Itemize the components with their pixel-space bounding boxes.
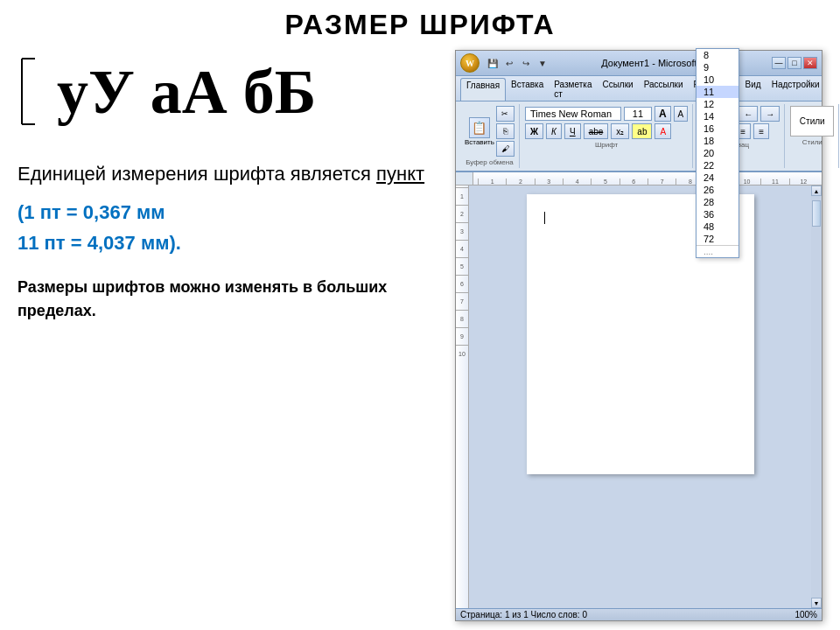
text-cursor <box>544 212 545 224</box>
document-area: 1 2 3 4 5 6 7 8 9 10 <box>456 186 822 608</box>
vertical-ruler: 1 2 3 4 5 6 7 8 9 10 <box>456 186 469 608</box>
ribbon-content: 📋 Вставить ✂ ⎘ 🖌 Буфер обмена <box>456 102 822 172</box>
font-name-input[interactable] <box>525 107 621 121</box>
ruler-corner <box>456 172 473 186</box>
page-title: РАЗМЕР ШРИФТА <box>18 9 822 41</box>
tab-view[interactable]: Вид <box>740 78 766 101</box>
highlight-button[interactable]: ab <box>632 123 652 139</box>
bold-button[interactable]: Ж <box>525 123 543 139</box>
tab-addins[interactable]: Надстройки <box>766 78 825 101</box>
document-page-area <box>469 186 811 608</box>
office-button[interactable]: W <box>460 53 480 73</box>
word-window: W 💾 ↩ ↪ ▼ Документ1 - Microsoft Word — □… <box>455 50 822 621</box>
font-size-dropdown[interactable]: 8 9 10 11 12 14 16 18 20 22 24 26 28 36 … <box>696 186 739 258</box>
ruler-area: 1 2 3 4 5 6 7 8 9 10 11 12 <box>456 172 822 186</box>
scroll-track[interactable] <box>811 196 822 598</box>
ruler-tick-3: 3 <box>456 222 468 240</box>
fsd-item-28[interactable]: 28 <box>696 196 738 208</box>
page-container: РАЗМЕР ШРИФТА уУ аА бБ Единицей измерени… <box>0 0 840 630</box>
fsd-item-26[interactable]: 26 <box>696 186 738 196</box>
format-row: Ж К Ч abe x₂ ab A <box>525 123 688 139</box>
paste-label: Вставить <box>465 138 494 146</box>
styles-label: Стили <box>802 138 822 146</box>
note-text: Размеры шрифтов можно изменять в больших… <box>18 276 438 323</box>
styles-group: Стили Стили <box>786 104 839 168</box>
title-bar-left: W 💾 ↩ ↪ ▼ <box>460 53 552 73</box>
format-painter-button[interactable]: 🖌 <box>496 141 514 157</box>
ruler-tick-10: 10 <box>456 345 468 362</box>
highlight-text: (1 пт = 0,367 мм 11 пт = 4,037 мм). <box>18 197 438 258</box>
content-row: уУ аА бБ Единицей измерения шрифта являе… <box>18 50 822 621</box>
font-color-button[interactable]: A <box>654 123 671 139</box>
left-panel: уУ аА бБ Единицей измерения шрифта являе… <box>18 50 438 621</box>
copy-button[interactable]: ⎘ <box>496 123 514 139</box>
grow-font-button[interactable]: A <box>654 106 671 122</box>
redo-qa-btn[interactable]: ↪ <box>519 56 533 70</box>
clipboard-group-content: 📋 Вставить ✂ ⎘ 🖌 <box>465 106 514 157</box>
status-bar: Страница: 1 из 1 Число слов: 0 100% <box>456 608 822 620</box>
main-explanation: Единицей измерения шрифта является пункт <box>18 159 438 188</box>
quick-access-toolbar: 💾 ↩ ↪ ▼ <box>483 56 552 70</box>
paste-icon: 📋 <box>469 117 490 138</box>
horizontal-ruler: 1 2 3 4 5 6 7 8 9 10 11 12 <box>473 172 822 186</box>
outdent-button[interactable]: ← <box>738 106 758 122</box>
tab-layout[interactable]: Разметка ст <box>549 78 597 101</box>
ruler-tick-6: 6 <box>456 275 468 292</box>
fsd-separator: .... <box>696 245 738 257</box>
tab-mailings[interactable]: Рассылки <box>639 78 689 101</box>
demo-text: уУ аА бБ <box>57 60 316 123</box>
cut-button[interactable]: ✂ <box>496 106 514 122</box>
tab-references[interactable]: Ссылки <box>597 78 638 101</box>
zoom-level: 100% <box>794 610 817 620</box>
ruler-tick-7: 7 <box>456 292 468 310</box>
bracket-icon <box>18 54 44 129</box>
vertical-scrollbar: ▲ ▼ <box>811 186 822 608</box>
ribbon-tabs: Главная Вставка Разметка ст Ссылки Рассы… <box>456 76 822 102</box>
fsd-item-72[interactable]: 72 <box>696 233 738 245</box>
tab-insert[interactable]: Вставка <box>506 78 549 101</box>
italic-button[interactable]: К <box>546 123 562 139</box>
font-label: Шрифт <box>595 141 618 149</box>
save-qa-btn[interactable]: 💾 <box>486 56 500 70</box>
fsd-item-48[interactable]: 48 <box>696 220 738 233</box>
font-group: A A Ж К Ч abe x₂ ab A <box>521 104 693 168</box>
more-qa-btn[interactable]: ▼ <box>536 56 550 70</box>
ruler-tick-4: 4 <box>456 240 468 257</box>
main-text-part1: Единицей измерения шрифта является <box>18 163 371 185</box>
scroll-up-button[interactable]: ▲ <box>811 186 822 196</box>
clipboard-sub: ✂ ⎘ 🖌 <box>496 106 514 157</box>
title-bar: W 💾 ↩ ↪ ▼ Документ1 - Microsoft Word — □… <box>456 51 822 76</box>
tab-home[interactable]: Главная <box>460 78 506 101</box>
strikethrough-button[interactable]: abe <box>584 123 609 139</box>
fsd-item-36[interactable]: 36 <box>696 208 738 220</box>
font-group-content: A A Ж К Ч abe x₂ ab A <box>525 106 688 139</box>
font-size-input[interactable] <box>624 107 652 121</box>
ruler-tick-8: 8 <box>456 310 468 327</box>
shrink-font-button[interactable]: A <box>674 106 689 122</box>
clipboard-group: 📋 Вставить ✂ ⎘ 🖌 Буфер обмена <box>460 104 520 168</box>
undo-qa-btn[interactable]: ↩ <box>502 56 516 70</box>
justify-button[interactable]: ≡ <box>753 123 769 139</box>
paste-button[interactable]: 📋 Вставить <box>465 117 494 146</box>
underline-button[interactable]: Ч <box>564 123 581 139</box>
close-button[interactable]: ✕ <box>803 57 817 69</box>
indent-button[interactable]: → <box>760 106 780 122</box>
scroll-down-button[interactable]: ▼ <box>811 598 822 608</box>
main-text-underline: пункт <box>376 163 424 185</box>
ribbon-groups: 📋 Вставить ✂ ⎘ 🖌 Буфер обмена <box>460 104 817 168</box>
status-text: Страница: 1 из 1 Число слов: 0 <box>460 610 587 620</box>
ruler-tick-5: 5 <box>456 257 468 275</box>
restore-button[interactable]: □ <box>788 57 802 69</box>
ruler-tick-9: 9 <box>456 327 468 345</box>
highlight-line2: 11 пт = 4,037 мм). <box>18 228 438 258</box>
highlight-line1: (1 пт = 0,367 мм <box>18 197 438 228</box>
ruler-tick-1: 1 <box>456 187 468 205</box>
subscript-button[interactable]: x₂ <box>611 123 629 139</box>
minimize-button[interactable]: — <box>772 57 786 69</box>
scroll-thumb[interactable] <box>812 200 821 227</box>
window-controls: — □ ✕ <box>772 57 817 69</box>
clipboard-label: Буфер обмена <box>466 158 513 166</box>
ruler-tick-2: 2 <box>456 205 468 222</box>
styles-gallery[interactable]: Стили <box>790 106 834 136</box>
font-name-row: A A <box>525 106 688 122</box>
